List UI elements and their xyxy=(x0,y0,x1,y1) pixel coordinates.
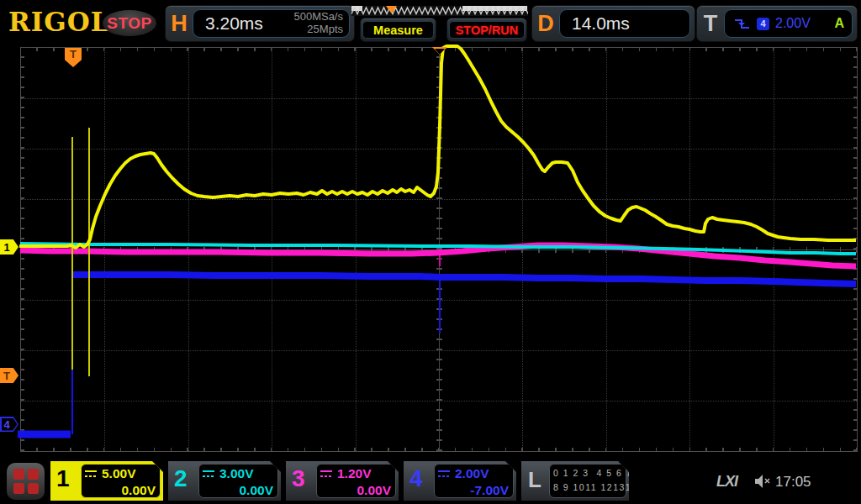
dc-coupling-icon xyxy=(203,470,215,479)
channel1-box[interactable]: 1 5.00V 0.00V xyxy=(50,461,163,501)
measure-label: Measure xyxy=(362,21,434,39)
measure-button[interactable]: Measure xyxy=(360,18,436,42)
sample-rate: 500MSa/s xyxy=(293,10,343,23)
trigger-level-marker[interactable]: T xyxy=(0,368,18,383)
channel2-number: 2 xyxy=(174,465,188,492)
stop-run-button[interactable]: STOP/RUN xyxy=(446,18,527,42)
channel3-box[interactable]: 3 1.20V 0.00V xyxy=(286,461,399,501)
dc-coupling-icon xyxy=(320,470,333,479)
t-label: T xyxy=(697,11,724,37)
channel4-number: 4 xyxy=(409,465,423,492)
clock: 17:05 xyxy=(775,474,811,491)
channel3-number: 3 xyxy=(292,465,305,492)
oscilloscope-screen: RIGOL STOP H 3.20ms 500MSa/s 25Mpts Meas… xyxy=(0,0,861,504)
rigol-logo: RIGOL xyxy=(8,7,110,37)
ch1-ground-marker[interactable]: 1 xyxy=(0,239,18,255)
ch4-ground-marker[interactable]: 4 xyxy=(0,417,18,432)
channel3-scale: 1.20V xyxy=(337,466,372,481)
logic-label: L xyxy=(528,467,541,493)
logic-row-0-7: 0 1 2 3 4 5 6 7 xyxy=(553,466,622,480)
stop-run-label: STOP/RUN xyxy=(449,21,525,39)
logic-row-8-15: 8 9 1011 12131415 xyxy=(553,480,622,495)
channel1-number: 1 xyxy=(56,465,70,492)
channel1-scale: 5.00V xyxy=(102,466,136,481)
timebase-value: 3.20ms xyxy=(193,13,263,34)
channel4-scale: 2.00V xyxy=(455,466,489,481)
speaker-muted-icon[interactable] xyxy=(753,474,772,489)
logic-channels-box[interactable]: L 0 1 2 3 4 5 6 7 8 9 1011 12131415 xyxy=(521,461,629,501)
channel4-offset: -7.00V xyxy=(438,482,509,498)
graticule xyxy=(20,47,858,452)
menu-grid-icon xyxy=(13,469,39,494)
channel2-offset: 0.00V xyxy=(203,482,273,498)
channel2-scale: 3.00V xyxy=(219,466,254,481)
channel4-box[interactable]: 4 2.00V -7.00V xyxy=(404,461,516,501)
h-label: H xyxy=(166,11,193,37)
trigger-sweep-mode: A xyxy=(834,16,852,31)
trigger-panel[interactable]: T 4 2.00V A xyxy=(696,5,858,42)
lxi-badge: LXI xyxy=(716,473,737,491)
trigger-source-badge: 4 xyxy=(757,18,769,30)
d-label: D xyxy=(532,11,559,37)
memory-depth: 25Mpts xyxy=(307,23,343,35)
horizontal-panel[interactable]: H 3.20ms 500MSa/s 25Mpts xyxy=(165,5,355,42)
dc-coupling-icon xyxy=(438,470,451,479)
channel3-offset: 0.00V xyxy=(320,482,391,498)
channel1-offset: 0.00V xyxy=(85,482,156,498)
falling-edge-icon xyxy=(733,18,751,30)
dc-coupling-icon xyxy=(85,470,98,479)
menu-button[interactable] xyxy=(7,463,45,500)
run-state-badge: STOP xyxy=(103,10,156,36)
delay-value: 14.0ms xyxy=(560,13,630,34)
delay-panel[interactable]: D 14.0ms xyxy=(531,5,695,42)
record-position-bar[interactable] xyxy=(351,6,528,16)
channel2-box[interactable]: 2 3.00V 0.00V xyxy=(168,461,281,501)
trigger-level-value: 2.00V xyxy=(775,16,811,31)
